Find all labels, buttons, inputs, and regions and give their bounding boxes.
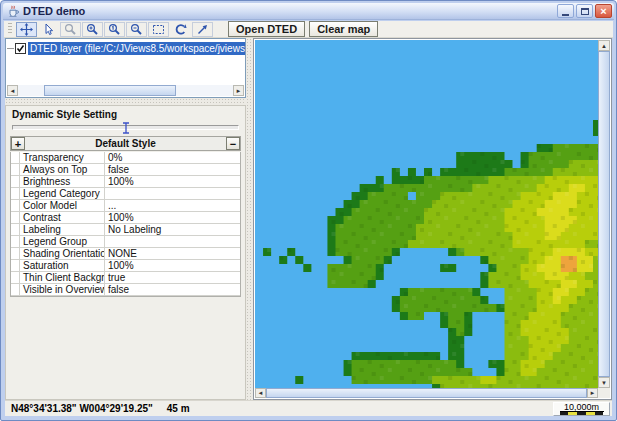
scroll-right-arrow[interactable]: ► [587, 388, 598, 398]
toolbar: Open DTED Clear map [4, 21, 613, 38]
reset-view-button[interactable] [192, 22, 213, 37]
checkmark-icon [16, 44, 25, 53]
layer-visibility-checkbox[interactable] [15, 43, 26, 54]
zoom-rectangle-button[interactable] [148, 22, 169, 37]
scale-segment [577, 412, 586, 415]
scale-bar [560, 411, 604, 415]
property-value[interactable]: 0% [105, 152, 240, 163]
property-row: Saturation100% [11, 260, 240, 272]
property-name: Always on Top [20, 164, 105, 175]
clear-map-button[interactable]: Clear map [309, 21, 378, 37]
open-dted-button[interactable]: Open DTED [228, 21, 305, 37]
scroll-left-arrow[interactable]: ◄ [255, 388, 266, 398]
scale-segment [586, 412, 595, 415]
property-value[interactable]: true [105, 272, 240, 283]
add-style-button[interactable]: + [11, 137, 25, 150]
scroll-right-arrow[interactable]: ► [233, 85, 244, 96]
scroll-up-arrow[interactable]: ▲ [598, 40, 610, 51]
horizontal-split-divider[interactable] [5, 98, 246, 105]
scrollbar-track[interactable] [266, 388, 587, 398]
vertical-split-divider[interactable] [246, 38, 253, 400]
layer-tree-item[interactable]: DTED layer (file:/C:/JViews8.5/workspace… [6, 42, 245, 55]
java-app-icon [7, 5, 20, 18]
property-value[interactable]: false [105, 164, 240, 175]
scale-segment [560, 412, 569, 415]
property-value[interactable] [105, 188, 240, 199]
left-pane: DTED layer (file:/C:/JViews8.5/workspace… [5, 38, 246, 400]
zoom-in-button[interactable] [82, 22, 103, 37]
property-gutter [11, 188, 20, 199]
property-value[interactable]: 100% [105, 260, 240, 271]
refresh-icon [174, 23, 187, 36]
style-selector-row: + Default Style − [10, 136, 241, 151]
property-gutter [11, 200, 20, 211]
property-row: Legend Group [11, 236, 240, 248]
scroll-down-arrow[interactable]: ▼ [598, 377, 610, 388]
property-row: Brightness100% [11, 176, 240, 188]
marquee-zoom-icon [152, 23, 165, 36]
property-row: Visible in Overviewfalse [11, 284, 240, 296]
property-name: Transparency [20, 152, 105, 163]
scrollbar-track[interactable] [18, 85, 233, 96]
scrollbar-thumb[interactable] [598, 51, 610, 377]
property-row: Transparency0% [11, 152, 240, 164]
map-scale-widget: 10,000m [553, 402, 610, 416]
property-value[interactable]: false [105, 284, 240, 295]
property-row: Thin Client Backgroundtrue [11, 272, 240, 284]
coordinates-label: N48°34'31.38" W004°29'19.25" [11, 403, 153, 414]
scrollbar-track[interactable] [598, 51, 610, 377]
layer-tree-panel: DTED layer (file:/C:/JViews8.5/workspace… [5, 38, 246, 98]
pan-icon [20, 23, 33, 36]
select-tool-button[interactable] [38, 22, 59, 37]
maximize-button[interactable] [576, 4, 593, 18]
scale-label: 10,000m [554, 403, 609, 411]
zoom-out-button[interactable] [126, 22, 147, 37]
map-canvas[interactable] [255, 40, 601, 392]
style-slider[interactable] [11, 122, 240, 134]
dynamic-style-panel: Dynamic Style Setting + Default Style − … [5, 105, 246, 400]
remove-style-button[interactable]: − [226, 137, 240, 150]
magnifier-icon [64, 23, 77, 36]
magnifier-minus-icon [130, 23, 143, 36]
property-value[interactable]: ... [105, 200, 240, 211]
slider-thumb[interactable] [122, 122, 130, 134]
northeast-arrow-icon [196, 23, 209, 36]
property-gutter [11, 272, 20, 283]
layer-label: DTED layer (file:/C:/JViews8.5/workspace… [28, 42, 245, 55]
current-style-name: Default Style [25, 138, 226, 149]
scroll-left-arrow[interactable]: ◄ [7, 85, 18, 96]
property-row: Contrast100% [11, 212, 240, 224]
pan-tool-button[interactable] [16, 22, 37, 37]
property-value[interactable]: 100% [105, 176, 240, 187]
property-value[interactable]: 100% [105, 212, 240, 223]
scrollbar-thumb[interactable] [266, 388, 587, 398]
minimize-button[interactable] [557, 4, 574, 18]
property-row: Shading OrientationNONE [11, 248, 240, 260]
scrollbar-thumb[interactable] [44, 85, 176, 96]
property-row: Color Model... [11, 200, 240, 212]
property-value[interactable] [105, 236, 240, 247]
title-bar[interactable]: DTED demo × [3, 3, 614, 20]
property-gutter [11, 248, 20, 259]
property-name: Visible in Overview [20, 284, 105, 295]
magnifier-plus-icon [86, 23, 99, 36]
refresh-button[interactable] [170, 22, 191, 37]
status-bar: N48°34'31.38" W004°29'19.25" 45 m 10,000… [5, 400, 612, 416]
map-vertical-scrollbar[interactable]: ▲ ▼ [598, 40, 610, 388]
properties-table: Transparency0%Always on TopfalseBrightne… [10, 152, 241, 297]
app-window: DTED demo × [0, 0, 617, 421]
property-name: Legend Group [20, 236, 105, 247]
property-name: Thin Client Background [20, 272, 105, 283]
zoom-one-to-one-button[interactable] [104, 22, 125, 37]
close-button[interactable]: × [595, 4, 612, 18]
elevation-label: 45 m [167, 403, 190, 414]
zoom-tool-button[interactable] [60, 22, 81, 37]
property-value[interactable]: NONE [105, 248, 240, 259]
scale-segment [595, 412, 604, 415]
scale-segment [568, 412, 577, 415]
property-value[interactable]: No Labeling [105, 224, 240, 235]
property-row: Legend Category [11, 188, 240, 200]
toolbar-drag-handle[interactable] [8, 23, 12, 35]
tree-horizontal-scrollbar[interactable]: ◄ ► [7, 85, 244, 96]
map-horizontal-scrollbar[interactable]: ◄ ► [255, 388, 598, 398]
